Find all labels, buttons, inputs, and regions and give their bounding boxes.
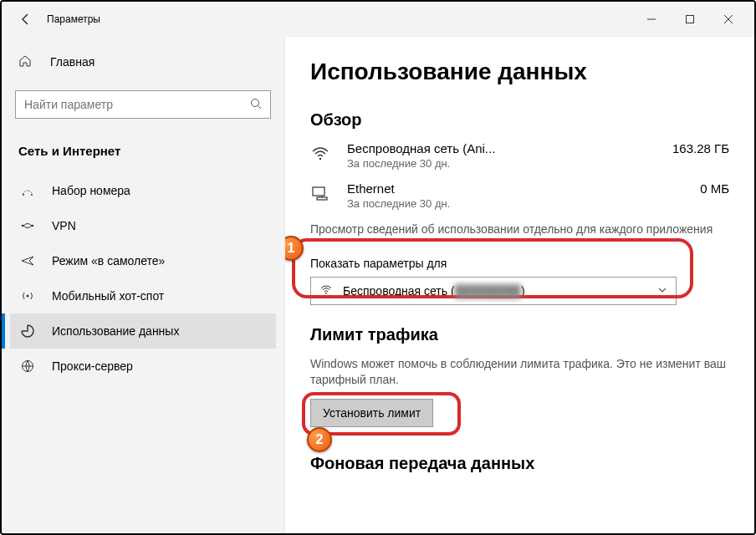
search-input[interactable] bbox=[24, 98, 250, 111]
overview-heading: Обзор bbox=[310, 110, 729, 130]
sidebar-item-proxy[interactable]: Прокси-сервер bbox=[10, 349, 276, 384]
sidebar-item-hotspot[interactable]: Мобильный хот-спот bbox=[10, 278, 276, 313]
svg-point-5 bbox=[31, 194, 33, 196]
limit-heading: Лимит трафика bbox=[310, 325, 729, 344]
sidebar-home[interactable]: Главная bbox=[10, 45, 276, 79]
sidebar: Главная Сеть и Интернет Набор номера VPN… bbox=[2, 37, 284, 533]
titlebar: Параметры bbox=[2, 2, 754, 37]
usage-row-ethernet[interactable]: Ethernet За последние 30 дн. 0 МБ bbox=[310, 181, 729, 210]
usage-sub: За последние 30 дн. bbox=[347, 157, 656, 170]
svg-point-6 bbox=[22, 225, 23, 227]
proxy-icon bbox=[18, 359, 37, 374]
background-heading: Фоновая передача данных bbox=[310, 454, 729, 473]
svg-point-4 bbox=[23, 194, 24, 196]
close-button[interactable] bbox=[709, 2, 748, 37]
sidebar-home-label: Главная bbox=[50, 55, 94, 69]
home-icon bbox=[18, 54, 37, 70]
sidebar-item-label: Прокси-сервер bbox=[52, 359, 133, 373]
usage-name: Ethernet bbox=[347, 181, 683, 196]
svg-line-3 bbox=[258, 105, 262, 109]
airplane-icon bbox=[18, 253, 37, 268]
per-app-link[interactable]: Просмотр сведений об использовании отдел… bbox=[310, 222, 729, 238]
window-title: Параметры bbox=[43, 13, 632, 25]
sidebar-item-data-usage[interactable]: Использование данных bbox=[10, 313, 276, 349]
svg-rect-12 bbox=[317, 197, 327, 200]
svg-point-2 bbox=[252, 99, 259, 106]
page-title: Использование данных bbox=[310, 59, 729, 85]
back-button[interactable] bbox=[8, 2, 43, 37]
limit-desc: Windows может помочь в соблюдении лимита… bbox=[310, 356, 729, 389]
vpn-icon bbox=[18, 218, 37, 233]
svg-point-8 bbox=[27, 295, 29, 298]
search-box[interactable] bbox=[15, 90, 271, 119]
data-usage-icon bbox=[18, 324, 37, 339]
sidebar-item-vpn[interactable]: VPN bbox=[10, 208, 276, 243]
ethernet-icon bbox=[310, 183, 334, 206]
usage-sub: За последние 30 дн. bbox=[347, 197, 683, 210]
svg-point-10 bbox=[319, 158, 321, 160]
set-limit-button[interactable]: Установить лимит bbox=[310, 399, 433, 427]
usage-row-wifi[interactable]: Беспроводная сеть (Ani... За последние 3… bbox=[310, 141, 729, 170]
sidebar-item-label: Набор номера bbox=[52, 184, 130, 197]
svg-rect-1 bbox=[687, 16, 694, 23]
usage-value: 163.28 ГБ bbox=[672, 141, 729, 155]
sidebar-item-label: Использование данных bbox=[52, 324, 179, 338]
search-icon bbox=[250, 98, 262, 112]
sidebar-item-label: Мобильный хот-спот bbox=[52, 289, 164, 303]
main-content: Использование данных Обзор Беспроводная … bbox=[284, 37, 754, 533]
usage-name: Беспроводная сеть (Ani... bbox=[347, 141, 656, 155]
hotspot-icon bbox=[18, 288, 37, 303]
wifi-icon bbox=[310, 143, 334, 166]
minimize-button[interactable] bbox=[632, 2, 671, 37]
svg-point-7 bbox=[32, 225, 33, 227]
sidebar-item-dialup[interactable]: Набор номера bbox=[10, 173, 276, 208]
sidebar-item-label: Режим «в самолете» bbox=[52, 254, 165, 268]
usage-value: 0 МБ bbox=[700, 181, 729, 196]
sidebar-item-airplane[interactable]: Режим «в самолете» bbox=[10, 243, 276, 278]
sidebar-item-label: VPN bbox=[52, 219, 76, 232]
dialup-icon bbox=[18, 183, 37, 198]
maximize-button[interactable] bbox=[671, 2, 709, 37]
svg-rect-11 bbox=[313, 187, 324, 196]
sidebar-section-title: Сеть и Интернет bbox=[10, 135, 276, 173]
annotation-badge-2: 2 bbox=[307, 427, 332, 452]
